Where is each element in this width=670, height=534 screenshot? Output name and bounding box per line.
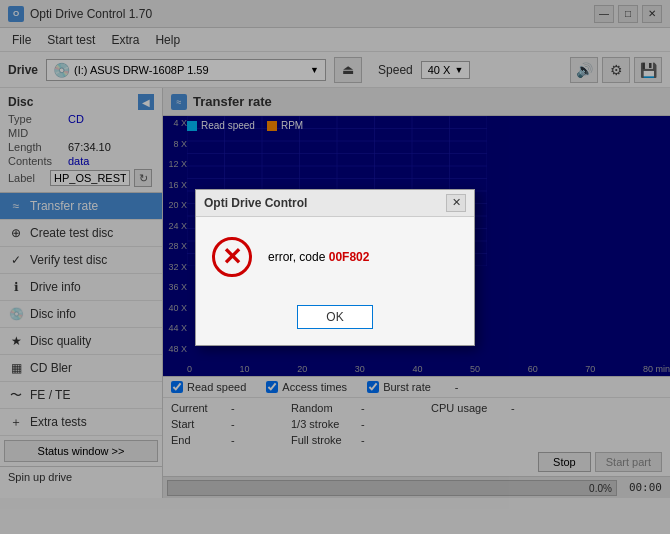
modal-body: ✕ error, code 00F802 (196, 217, 474, 297)
error-icon: ✕ (212, 237, 252, 277)
error-message: error, code 00F802 (268, 250, 369, 264)
error-code: 00F802 (329, 250, 370, 264)
error-text: error, code (268, 250, 329, 264)
modal-title-bar: Opti Drive Control ✕ (196, 190, 474, 217)
modal-title: Opti Drive Control (204, 196, 307, 210)
ok-button[interactable]: OK (297, 305, 372, 329)
modal-dialog: Opti Drive Control ✕ ✕ error, code 00F80… (195, 189, 475, 346)
modal-overlay: Opti Drive Control ✕ ✕ error, code 00F80… (0, 0, 670, 534)
modal-footer: OK (196, 297, 474, 345)
modal-close-button[interactable]: ✕ (446, 194, 466, 212)
